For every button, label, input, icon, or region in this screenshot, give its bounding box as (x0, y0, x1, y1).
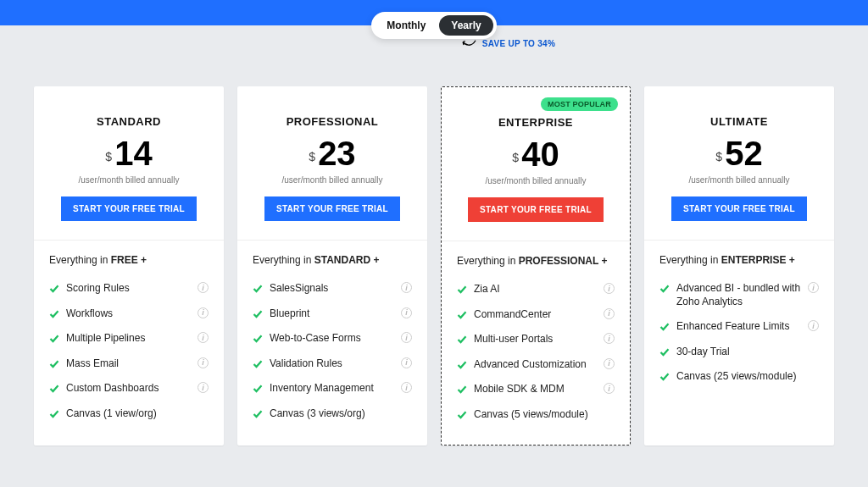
feature-row: 30-day Trial (659, 340, 819, 365)
inherit-prefix: Everything in (457, 255, 519, 267)
plan-body: Everything in FREE +Scoring RulesiWorkfl… (34, 241, 224, 444)
feature-row: Inventory Managementi (253, 376, 412, 401)
check-icon (659, 322, 670, 332)
info-icon[interactable]: i (401, 307, 412, 318)
info-icon[interactable]: i (808, 282, 819, 293)
info-icon[interactable]: i (198, 307, 209, 318)
plan-name: ENTERPRISE (457, 116, 615, 129)
currency-symbol: $ (512, 151, 519, 164)
billing-toggle-container: Monthly Yearly SAVE UP TO 34% (0, 12, 868, 39)
feature-row: Enhanced Feature Limitsi (659, 314, 819, 340)
info-icon[interactable]: i (198, 382, 209, 393)
save-note: SAVE UP TO 34% (460, 39, 555, 51)
check-icon (659, 284, 670, 294)
inherit-text: Everything in STANDARD + (253, 254, 412, 266)
feature-label: Multiple Pipelines (66, 332, 191, 346)
feature-label: Validation Rules (270, 357, 394, 371)
check-icon (253, 309, 263, 319)
feature-label: Canvas (3 views/org) (270, 407, 412, 421)
info-icon[interactable]: i (401, 332, 412, 343)
feature-row: Workflowsi (49, 302, 209, 327)
feature-row: Mobile SDK & MDMi (457, 377, 615, 402)
feature-row: Canvas (5 views/module) (457, 402, 615, 428)
feature-label: Advanced BI - bundled with Zoho Analytic… (676, 282, 801, 308)
toggle-monthly[interactable]: Monthly (375, 15, 437, 36)
check-icon (659, 372, 670, 382)
check-icon (49, 359, 59, 369)
check-icon (457, 410, 467, 420)
feature-row: CommandCenteri (457, 302, 615, 328)
plan-body: Everything in STANDARD +SalesSignalsiBlu… (237, 241, 427, 444)
inherit-prefix: Everything in (49, 254, 111, 266)
check-icon (253, 384, 263, 394)
check-icon (49, 284, 59, 294)
inherit-suffix: + (598, 255, 607, 267)
feature-row: Canvas (1 view/org) (49, 401, 209, 427)
most-popular-badge: MOST POPULAR (541, 97, 618, 111)
info-icon[interactable]: i (198, 357, 209, 368)
feature-label: Canvas (5 views/module) (474, 408, 615, 422)
feature-row: Canvas (25 views/module) (659, 364, 819, 390)
feature-row: Multi-user Portalsi (457, 327, 615, 352)
feature-label: Inventory Management (270, 382, 394, 396)
start-trial-button[interactable]: START YOUR FREE TRIAL (264, 196, 400, 221)
plan-name: ULTIMATE (659, 115, 819, 128)
info-icon[interactable]: i (401, 357, 412, 368)
info-icon[interactable]: i (401, 382, 412, 393)
plan-card-ultimate: ULTIMATE$52/user/month billed annuallyST… (644, 86, 834, 445)
feature-row: Scoring Rulesi (49, 276, 209, 302)
inherit-suffix: + (138, 254, 147, 266)
feature-label: Canvas (1 view/org) (66, 407, 209, 421)
price-row: $14 (49, 136, 209, 170)
check-icon (659, 347, 670, 357)
check-icon (457, 385, 467, 395)
price-subtext: /user/month billed annually (253, 175, 412, 185)
info-icon[interactable]: i (604, 308, 615, 319)
info-icon[interactable]: i (808, 320, 819, 331)
feature-label: CommandCenter (474, 308, 597, 322)
feature-label: Multi-user Portals (474, 333, 597, 346)
plan-head: PROFESSIONAL$23/user/month billed annual… (237, 86, 427, 241)
inherit-prefix: Everything in (659, 254, 721, 266)
toggle-yearly[interactable]: Yearly (439, 15, 492, 36)
feature-row: Canvas (3 views/org) (253, 401, 412, 427)
start-trial-button[interactable]: START YOUR FREE TRIAL (671, 196, 807, 221)
info-icon[interactable]: i (604, 358, 615, 369)
feature-row: Web-to-Case Formsi (253, 326, 412, 351)
start-trial-button[interactable]: START YOUR FREE TRIAL (468, 197, 604, 222)
feature-label: Enhanced Feature Limits (676, 320, 801, 334)
check-icon (457, 360, 467, 370)
info-icon[interactable]: i (604, 283, 615, 294)
start-trial-button[interactable]: START YOUR FREE TRIAL (61, 196, 197, 221)
feature-row: Advanced BI - bundled with Zoho Analytic… (659, 276, 819, 314)
plan-body: Everything in PROFESSIONAL +Zia AIiComma… (442, 241, 630, 445)
plan-head: STANDARD$14/user/month billed annuallyST… (34, 86, 224, 241)
inherit-plan: FREE (111, 254, 138, 266)
info-icon[interactable]: i (401, 282, 412, 293)
feature-row: SalesSignalsi (253, 276, 412, 302)
feature-row: Multiple Pipelinesi (49, 326, 209, 351)
inherit-suffix: + (786, 254, 794, 266)
check-icon (49, 409, 59, 419)
inherit-text: Everything in PROFESSIONAL + (457, 255, 615, 267)
arrow-icon (460, 39, 479, 51)
inherit-text: Everything in ENTERPRISE + (659, 254, 819, 266)
feature-label: Web-to-Case Forms (270, 332, 394, 346)
info-icon[interactable]: i (604, 383, 615, 394)
info-icon[interactable]: i (604, 333, 615, 344)
info-icon[interactable]: i (198, 282, 209, 293)
check-icon (49, 334, 59, 344)
info-icon[interactable]: i (198, 332, 209, 343)
feature-label: Canvas (25 views/module) (676, 370, 819, 384)
check-icon (253, 409, 263, 419)
plan-price: 23 (318, 136, 356, 170)
plan-body: Everything in ENTERPRISE +Advanced BI - … (644, 241, 834, 407)
check-icon (49, 384, 59, 394)
price-subtext: /user/month billed annually (659, 175, 819, 185)
feature-row: Validation Rulesi (253, 351, 412, 377)
check-icon (253, 284, 263, 294)
inherit-plan: PROFESSIONAL (519, 255, 598, 267)
inherit-plan: STANDARD (314, 254, 370, 266)
feature-row: Zia AIi (457, 277, 615, 302)
feature-label: Blueprint (270, 307, 394, 321)
